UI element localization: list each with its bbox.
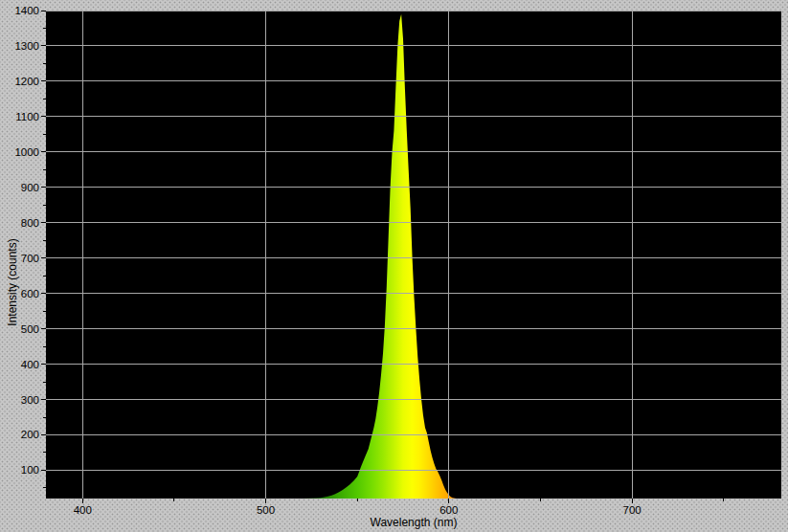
y-tick-label: 200 [21,429,39,440]
y-tick-label: 900 [21,182,39,193]
spectrum-plot: 1002003004005006007008009001000110012001… [0,0,788,532]
y-tick-label: 100 [21,464,39,476]
y-axis-title: Intensity (counts) [6,238,19,325]
y-tick-label: 500 [21,323,39,335]
x-axis-title: Wavelength (nm) [46,516,781,529]
y-tick-label: 1100 [15,111,39,122]
y-tick-label: 800 [21,217,39,229]
x-tick-label: 600 [439,504,458,516]
x-tick-label: 500 [257,504,275,516]
y-tick-label: 700 [21,253,39,264]
y-tick-label: 600 [21,288,39,299]
y-tick-label: 300 [21,394,39,406]
y-tick-label: 1000 [14,146,39,158]
spectrometer-chart-window: 1002003004005006007008009001000110012001… [0,0,788,532]
y-tick-label: 400 [21,359,39,370]
y-tick-label: 1300 [14,40,39,52]
y-tick-label: 1200 [14,76,39,87]
x-tick-label: 700 [623,504,642,516]
y-tick-label: 1400 [14,5,39,16]
x-tick-label: 400 [74,504,92,516]
